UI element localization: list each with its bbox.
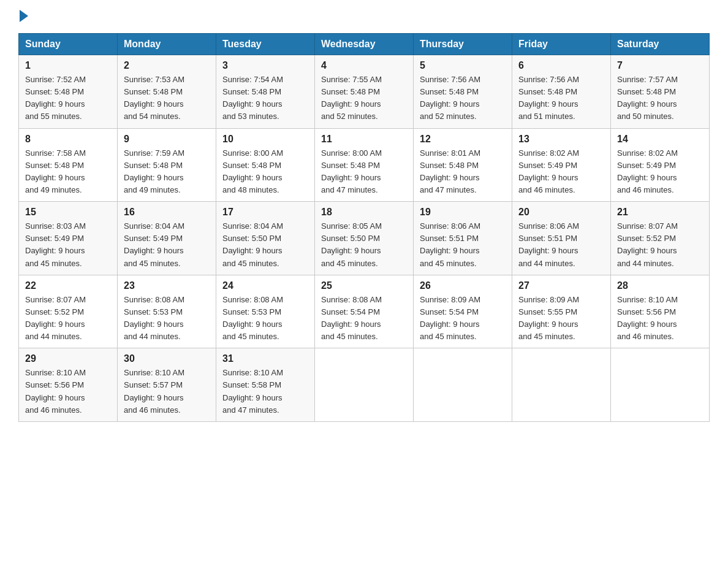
- day-number: 23: [124, 280, 210, 291]
- calendar-day-cell: 13 Sunrise: 8:02 AMSunset: 5:49 PMDaylig…: [512, 128, 611, 202]
- day-number: 10: [222, 134, 308, 145]
- day-number: 21: [617, 207, 703, 218]
- day-info: Sunrise: 8:07 AMSunset: 5:52 PMDaylight:…: [25, 295, 86, 341]
- calendar-day-cell: 1 Sunrise: 7:52 AMSunset: 5:48 PMDayligh…: [19, 55, 118, 129]
- calendar-day-cell: 5 Sunrise: 7:56 AMSunset: 5:48 PMDayligh…: [414, 55, 512, 129]
- day-info: Sunrise: 7:53 AMSunset: 5:48 PMDaylight:…: [124, 75, 184, 121]
- day-info: Sunrise: 8:04 AMSunset: 5:50 PMDaylight:…: [222, 221, 283, 267]
- day-number: 30: [124, 353, 210, 364]
- day-number: 15: [25, 207, 111, 218]
- calendar-day-cell: 20 Sunrise: 8:06 AMSunset: 5:51 PMDaylig…: [512, 202, 611, 275]
- day-number: 22: [25, 280, 111, 291]
- day-number: 13: [518, 134, 604, 145]
- day-number: 9: [124, 134, 210, 145]
- calendar-day-cell: 30 Sunrise: 8:10 AMSunset: 5:57 PMDaylig…: [118, 348, 216, 422]
- day-info: Sunrise: 8:08 AMSunset: 5:54 PMDaylight:…: [321, 295, 382, 341]
- calendar-day-cell: 12 Sunrise: 8:01 AMSunset: 5:48 PMDaylig…: [414, 128, 512, 202]
- day-number: 18: [321, 207, 407, 218]
- calendar-day-cell: 7 Sunrise: 7:57 AMSunset: 5:48 PMDayligh…: [611, 55, 710, 129]
- day-number: 28: [617, 280, 703, 291]
- day-number: 29: [25, 353, 111, 364]
- day-info: Sunrise: 8:07 AMSunset: 5:52 PMDaylight:…: [617, 221, 678, 267]
- day-number: 3: [222, 60, 308, 71]
- day-info: Sunrise: 8:09 AMSunset: 5:55 PMDaylight:…: [518, 295, 579, 341]
- day-number: 2: [124, 60, 210, 71]
- day-number: 8: [25, 134, 111, 145]
- calendar-day-cell: 23 Sunrise: 8:08 AMSunset: 5:53 PMDaylig…: [118, 275, 216, 348]
- column-header-sunday: Sunday: [19, 34, 118, 55]
- logo-arrow-icon: [20, 10, 28, 22]
- calendar-day-cell: [315, 348, 414, 422]
- day-info: Sunrise: 8:10 AMSunset: 5:56 PMDaylight:…: [617, 295, 678, 341]
- column-header-saturday: Saturday: [611, 34, 710, 55]
- calendar-day-cell: [512, 348, 611, 422]
- calendar-day-cell: 6 Sunrise: 7:56 AMSunset: 5:48 PMDayligh…: [512, 55, 611, 129]
- calendar-day-cell: 16 Sunrise: 8:04 AMSunset: 5:49 PMDaylig…: [118, 202, 216, 275]
- day-number: 1: [25, 60, 111, 71]
- page-header: [18, 12, 710, 22]
- day-number: 31: [222, 353, 308, 364]
- logo: [18, 12, 28, 22]
- calendar-day-cell: 3 Sunrise: 7:54 AMSunset: 5:48 PMDayligh…: [216, 55, 315, 129]
- day-info: Sunrise: 7:57 AMSunset: 5:48 PMDaylight:…: [617, 75, 678, 121]
- day-info: Sunrise: 8:01 AMSunset: 5:48 PMDaylight:…: [420, 148, 480, 194]
- calendar-day-cell: [611, 348, 710, 422]
- calendar-table: SundayMondayTuesdayWednesdayThursdayFrid…: [18, 33, 710, 422]
- day-number: 20: [518, 207, 604, 218]
- day-info: Sunrise: 8:09 AMSunset: 5:54 PMDaylight:…: [420, 295, 480, 341]
- column-header-thursday: Thursday: [414, 34, 512, 55]
- calendar-day-cell: 31 Sunrise: 8:10 AMSunset: 5:58 PMDaylig…: [216, 348, 315, 422]
- day-info: Sunrise: 7:55 AMSunset: 5:48 PMDaylight:…: [321, 75, 382, 121]
- calendar-day-cell: 24 Sunrise: 8:08 AMSunset: 5:53 PMDaylig…: [216, 275, 315, 348]
- day-info: Sunrise: 8:04 AMSunset: 5:49 PMDaylight:…: [124, 221, 184, 267]
- calendar-day-cell: 2 Sunrise: 7:53 AMSunset: 5:48 PMDayligh…: [118, 55, 216, 129]
- day-number: 24: [222, 280, 308, 291]
- day-number: 11: [321, 134, 407, 145]
- day-info: Sunrise: 7:52 AMSunset: 5:48 PMDaylight:…: [25, 75, 86, 121]
- calendar-day-cell: 21 Sunrise: 8:07 AMSunset: 5:52 PMDaylig…: [611, 202, 710, 275]
- calendar-day-cell: 11 Sunrise: 8:00 AMSunset: 5:48 PMDaylig…: [315, 128, 414, 202]
- day-number: 14: [617, 134, 703, 145]
- calendar-day-cell: 9 Sunrise: 7:59 AMSunset: 5:48 PMDayligh…: [118, 128, 216, 202]
- day-number: 26: [420, 280, 506, 291]
- calendar-day-cell: [414, 348, 512, 422]
- day-info: Sunrise: 8:00 AMSunset: 5:48 PMDaylight:…: [222, 148, 283, 194]
- day-info: Sunrise: 8:02 AMSunset: 5:49 PMDaylight:…: [518, 148, 579, 194]
- day-info: Sunrise: 8:06 AMSunset: 5:51 PMDaylight:…: [420, 221, 480, 267]
- calendar-day-cell: 22 Sunrise: 8:07 AMSunset: 5:52 PMDaylig…: [19, 275, 118, 348]
- column-header-monday: Monday: [118, 34, 216, 55]
- calendar-day-cell: 4 Sunrise: 7:55 AMSunset: 5:48 PMDayligh…: [315, 55, 414, 129]
- day-info: Sunrise: 7:56 AMSunset: 5:48 PMDaylight:…: [518, 75, 579, 121]
- calendar-week-row: 8 Sunrise: 7:58 AMSunset: 5:48 PMDayligh…: [19, 128, 710, 202]
- day-info: Sunrise: 8:05 AMSunset: 5:50 PMDaylight:…: [321, 221, 382, 267]
- day-info: Sunrise: 8:10 AMSunset: 5:56 PMDaylight:…: [25, 368, 86, 414]
- day-info: Sunrise: 8:10 AMSunset: 5:58 PMDaylight:…: [222, 368, 283, 414]
- day-number: 25: [321, 280, 407, 291]
- day-number: 7: [617, 60, 703, 71]
- calendar-header-row: SundayMondayTuesdayWednesdayThursdayFrid…: [19, 34, 710, 55]
- calendar-day-cell: 25 Sunrise: 8:08 AMSunset: 5:54 PMDaylig…: [315, 275, 414, 348]
- calendar-day-cell: 8 Sunrise: 7:58 AMSunset: 5:48 PMDayligh…: [19, 128, 118, 202]
- day-info: Sunrise: 8:10 AMSunset: 5:57 PMDaylight:…: [124, 368, 184, 414]
- calendar-day-cell: 14 Sunrise: 8:02 AMSunset: 5:49 PMDaylig…: [611, 128, 710, 202]
- calendar-day-cell: 27 Sunrise: 8:09 AMSunset: 5:55 PMDaylig…: [512, 275, 611, 348]
- day-number: 17: [222, 207, 308, 218]
- calendar-day-cell: 19 Sunrise: 8:06 AMSunset: 5:51 PMDaylig…: [414, 202, 512, 275]
- calendar-day-cell: 18 Sunrise: 8:05 AMSunset: 5:50 PMDaylig…: [315, 202, 414, 275]
- day-number: 4: [321, 60, 407, 71]
- day-number: 19: [420, 207, 506, 218]
- calendar-day-cell: 10 Sunrise: 8:00 AMSunset: 5:48 PMDaylig…: [216, 128, 315, 202]
- column-header-tuesday: Tuesday: [216, 34, 315, 55]
- calendar-day-cell: 29 Sunrise: 8:10 AMSunset: 5:56 PMDaylig…: [19, 348, 118, 422]
- day-info: Sunrise: 7:59 AMSunset: 5:48 PMDaylight:…: [124, 148, 184, 194]
- day-info: Sunrise: 8:08 AMSunset: 5:53 PMDaylight:…: [124, 295, 184, 341]
- calendar-day-cell: 15 Sunrise: 8:03 AMSunset: 5:49 PMDaylig…: [19, 202, 118, 275]
- calendar-week-row: 1 Sunrise: 7:52 AMSunset: 5:48 PMDayligh…: [19, 55, 710, 129]
- day-number: 12: [420, 134, 506, 145]
- day-info: Sunrise: 8:08 AMSunset: 5:53 PMDaylight:…: [222, 295, 283, 341]
- calendar-week-row: 22 Sunrise: 8:07 AMSunset: 5:52 PMDaylig…: [19, 275, 710, 348]
- day-info: Sunrise: 7:58 AMSunset: 5:48 PMDaylight:…: [25, 148, 86, 194]
- day-info: Sunrise: 8:00 AMSunset: 5:48 PMDaylight:…: [321, 148, 382, 194]
- day-info: Sunrise: 8:06 AMSunset: 5:51 PMDaylight:…: [518, 221, 579, 267]
- day-number: 27: [518, 280, 604, 291]
